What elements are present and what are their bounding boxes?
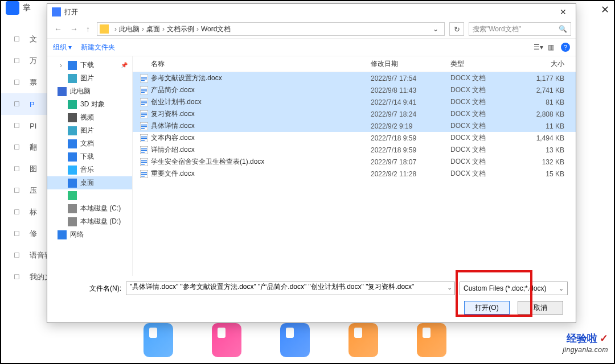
doc-type-icon[interactable] xyxy=(417,323,446,357)
svg-rect-3 xyxy=(141,80,145,81)
file-date: 2022/9/7 18:24 xyxy=(371,110,450,118)
refresh-button[interactable]: ↻ xyxy=(449,22,464,36)
watermark-url: jingyanla.com xyxy=(563,346,608,354)
svg-rect-10 xyxy=(141,102,147,104)
file-date: 2022/9/7 18:07 xyxy=(371,158,450,166)
tree-item[interactable]: 本地磁盘 (D:) xyxy=(47,215,132,228)
file-rows: 参考文献设置方法.docx2022/9/7 17:54DOCX 文档1,177 … xyxy=(133,72,576,276)
chevron-down-icon: ⌄ xyxy=(559,285,564,292)
file-list-header: 名称 修改日期 类型 大小 xyxy=(133,56,576,72)
filter-label: Custom Files (*.doc;*.docx) xyxy=(464,284,546,292)
ticket-icon: ◻ xyxy=(14,77,24,88)
tree-item[interactable]: 网络 xyxy=(47,228,132,241)
sidebar-item-label: 翻 xyxy=(30,142,37,152)
cancel-button[interactable]: 取消 xyxy=(518,301,563,315)
file-type: DOCX 文档 xyxy=(450,133,524,143)
view-mode-icons[interactable]: ☰▾▥ xyxy=(531,43,556,51)
file-row[interactable]: 学生安全宿舍安全卫生检查表(1).docx2022/9/7 18:07DOCX … xyxy=(133,156,576,168)
help-icon[interactable]: ? xyxy=(561,43,570,52)
tree-item[interactable]: 图片 xyxy=(47,124,132,137)
details-view-icon[interactable]: ▥ xyxy=(546,43,556,51)
file-row[interactable]: 参考文献设置方法.docx2022/9/7 17:54DOCX 文档1,177 … xyxy=(133,72,576,84)
chevron-down-icon[interactable]: ⌄ xyxy=(447,284,452,291)
breadcrumb[interactable]: ›此电脑›桌面›文档示例›Word文档⌄ xyxy=(97,22,445,36)
docx-file-icon xyxy=(140,146,149,155)
folder-icon xyxy=(100,24,109,34)
file-icon: ◻ xyxy=(14,272,24,282)
svg-rect-27 xyxy=(141,152,145,153)
list-view-icon[interactable]: ☰▾ xyxy=(531,43,546,51)
search-placeholder: 搜索"Word文档" xyxy=(473,24,521,34)
nav-back-icon[interactable]: ← xyxy=(52,23,64,35)
chevron-down-icon: ▾ xyxy=(68,43,72,51)
file-row[interactable]: 重要文件.docx2022/9/2 11:28DOCX 文档15 KB xyxy=(133,168,576,180)
watermark-check-icon: ✓ xyxy=(600,333,608,344)
organize-button[interactable]: 组织 ▾ xyxy=(53,43,72,52)
tree-item[interactable] xyxy=(47,189,132,202)
search-icon: 🔍 xyxy=(559,25,567,33)
file-row[interactable]: 产品简介.docx2022/9/8 11:43DOCX 文档2,741 KB xyxy=(133,84,576,96)
tree-item-label: 图片 xyxy=(80,73,94,83)
tree-item-label: 视频 xyxy=(80,113,94,122)
filename-value: "具体详情.docx" "参考文献设置方法.docx" "产品简介.docx" … xyxy=(130,283,414,291)
filename-input[interactable]: "具体详情.docx" "参考文献设置方法.docx" "产品简介.docx" … xyxy=(126,282,455,295)
doc-type-icon[interactable] xyxy=(280,323,310,357)
tree-item[interactable]: ›下载📌 xyxy=(47,59,132,72)
col-header-type[interactable]: 类型 xyxy=(450,59,524,69)
network-icon xyxy=(58,230,67,239)
file-type-filter[interactable]: Custom Files (*.doc;*.docx) ⌄ xyxy=(460,282,568,295)
tree-item[interactable]: 文档 xyxy=(47,137,132,150)
nav-up-icon[interactable]: ↑ xyxy=(84,23,92,35)
bg-close-icon[interactable]: ✕ xyxy=(601,3,609,16)
filename-label: 文件名(N): xyxy=(55,284,121,293)
breadcrumb-segment[interactable]: 此电脑 xyxy=(119,24,140,34)
archive-icon: ◻ xyxy=(14,185,24,196)
col-header-date[interactable]: 修改日期 xyxy=(371,59,450,69)
doc-type-icon[interactable] xyxy=(348,323,378,357)
file-row[interactable]: 复习资料.docx2022/9/7 18:24DOCX 文档2,808 KB xyxy=(133,108,576,120)
tree-item[interactable]: 此电脑 xyxy=(47,85,132,98)
file-name: 重要文件.docx xyxy=(151,169,371,179)
breadcrumb-segment[interactable]: Word文档 xyxy=(201,24,231,34)
nav-forward-icon[interactable]: → xyxy=(68,23,80,35)
tree-item[interactable]: 图片 xyxy=(47,72,132,85)
svg-rect-21 xyxy=(141,136,147,138)
file-name: 参考文献设置方法.docx xyxy=(151,73,371,83)
file-row[interactable]: 创业计划书.docx2022/7/14 9:41DOCX 文档81 KB xyxy=(133,96,576,108)
file-type: DOCX 文档 xyxy=(450,109,524,119)
chevron-down-icon[interactable]: ⌄ xyxy=(429,25,442,33)
tree-item[interactable]: 视频 xyxy=(47,111,132,124)
file-size: 13 KB xyxy=(524,146,570,154)
chevron-right-icon: › xyxy=(196,25,199,33)
sidebar-item-label: 票 xyxy=(30,77,37,88)
dialog-nav-row: ← → ↑ ›此电脑›桌面›文档示例›Word文档⌄ ↻ 搜索"Word文档" … xyxy=(47,20,576,38)
folder-tree: ›下载📌图片此电脑3D 对象视频图片文档下载音乐桌面本地磁盘 (C:)本地磁盘 … xyxy=(47,56,133,276)
tree-item-label: 下载 xyxy=(80,152,94,162)
file-row[interactable]: 详情介绍.docx2022/7/18 9:59DOCX 文档13 KB xyxy=(133,144,576,156)
breadcrumb-segment[interactable]: 文档示例 xyxy=(167,24,194,34)
file-row[interactable]: 具体详情.docx2022/9/2 9:19DOCX 文档11 KB xyxy=(133,120,576,132)
file-row[interactable]: 文本内容.docx2022/7/18 9:59DOCX 文档1,494 KB xyxy=(133,132,576,144)
expand-icon[interactable]: › xyxy=(60,61,62,69)
breadcrumb-segment[interactable]: 桌面 xyxy=(146,24,160,34)
pictures-icon xyxy=(68,126,77,135)
tree-item[interactable]: 音乐 xyxy=(47,163,132,176)
sidebar-item-label: 万 xyxy=(30,56,37,66)
svg-rect-23 xyxy=(141,140,145,141)
file-date: 2022/7/18 9:59 xyxy=(371,134,450,142)
doc-type-icon[interactable] xyxy=(212,323,241,357)
tree-item[interactable]: 桌面 xyxy=(47,176,132,189)
search-input[interactable]: 搜索"Word文档" 🔍 xyxy=(469,22,571,36)
tree-item[interactable]: 下载 xyxy=(47,150,132,163)
svg-rect-34 xyxy=(141,174,147,175)
col-header-name[interactable]: 名称 xyxy=(140,59,371,69)
chevron-right-icon: › xyxy=(114,25,117,33)
new-folder-button[interactable]: 新建文件夹 xyxy=(81,43,115,52)
tree-item[interactable]: 本地磁盘 (C:) xyxy=(47,202,132,215)
open-button[interactable]: 打开(O) xyxy=(464,301,510,315)
doc-type-icon[interactable] xyxy=(144,323,173,357)
tree-item[interactable]: 3D 对象 xyxy=(47,98,132,111)
file-size: 11 KB xyxy=(524,122,570,130)
dialog-close-icon[interactable]: ✕ xyxy=(555,6,571,18)
col-header-size[interactable]: 大小 xyxy=(524,59,570,69)
